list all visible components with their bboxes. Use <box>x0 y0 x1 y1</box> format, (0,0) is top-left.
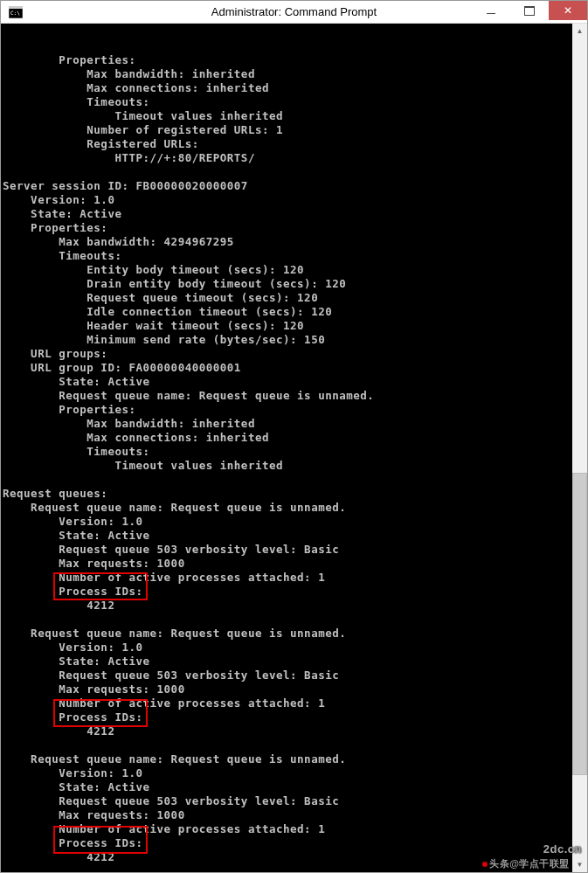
window-titlebar: C:\ Administrator: Command Prompt <box>1 1 587 24</box>
minimize-button[interactable] <box>472 1 510 20</box>
scrollbar-track[interactable] <box>572 38 587 857</box>
vertical-scrollbar[interactable]: ▲ ▼ <box>572 24 587 872</box>
app-icon: C:\ <box>4 3 27 22</box>
close-button[interactable] <box>549 1 587 20</box>
scroll-up-button[interactable]: ▲ <box>572 24 587 38</box>
terminal-area: Properties: Max bandwidth: inherited Max… <box>1 24 587 872</box>
window-control-buttons <box>472 1 587 23</box>
brand-dot-icon <box>482 862 488 867</box>
svg-rect-1 <box>9 6 23 9</box>
svg-text:C:\: C:\ <box>10 10 20 16</box>
scroll-down-button[interactable]: ▼ <box>572 857 587 872</box>
maximize-button[interactable] <box>510 1 549 20</box>
footer-text: 头条@学点干联盟 <box>489 858 570 869</box>
watermark-text: 2dc.cn <box>543 842 582 856</box>
command-prompt-window: C:\ Administrator: Command Prompt Proper… <box>0 0 588 873</box>
watermark-label: 2dc.cn <box>543 842 582 856</box>
terminal-output: Properties: Max bandwidth: inherited Max… <box>3 53 571 872</box>
scrollbar-thumb[interactable] <box>572 473 587 776</box>
footer-brand: 头条@学点干联盟 <box>481 856 570 870</box>
